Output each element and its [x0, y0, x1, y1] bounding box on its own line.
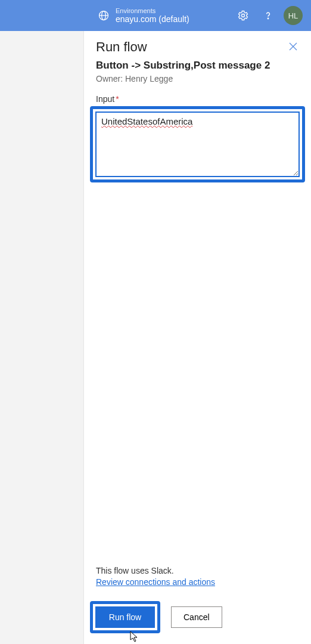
run-button-highlight: Run flow — [90, 601, 160, 633]
panel-body — [84, 187, 311, 558]
panel-header: Run flow Button -> Substring,Post messag… — [84, 31, 311, 187]
environment-value: enayu.com (default) — [116, 14, 189, 24]
close-button[interactable] — [286, 39, 300, 54]
environment-icon — [98, 10, 110, 21]
topbar: Environments enayu.com (default) HL — [0, 0, 311, 31]
button-row: Run flow Cancel — [96, 601, 299, 633]
panel-title: Run flow — [96, 39, 299, 55]
panel-footer: This flow uses Slack. Review connections… — [84, 558, 311, 644]
required-asterisk: * — [116, 94, 119, 104]
environment-picker[interactable]: Environments enayu.com (default) — [98, 7, 189, 24]
svg-point-3 — [242, 14, 245, 17]
close-icon — [288, 42, 298, 51]
owner-line: Owner: Henry Legge — [96, 74, 299, 83]
run-flow-panel: Run flow Button -> Substring,Post messag… — [83, 31, 311, 644]
avatar-initials: HL — [288, 11, 298, 20]
flow-name: Button -> Substring,Post message 2 — [96, 60, 299, 72]
environment-text: Environments enayu.com (default) — [116, 7, 189, 24]
help-button[interactable] — [259, 6, 278, 25]
review-connections-link[interactable]: Review connections and actions — [96, 577, 215, 587]
footer-note: This flow uses Slack. — [96, 566, 299, 575]
environment-label: Environments — [116, 7, 189, 15]
gear-icon — [237, 10, 249, 21]
cancel-button[interactable]: Cancel — [171, 606, 222, 628]
settings-button[interactable] — [234, 6, 253, 25]
input-label: Input* — [96, 94, 299, 104]
help-icon — [262, 10, 274, 21]
input-highlight: UnitedStatesofAmerica — [90, 106, 305, 182]
input-textarea[interactable]: UnitedStatesofAmerica — [95, 112, 300, 177]
svg-point-4 — [268, 18, 268, 18]
avatar[interactable]: HL — [284, 6, 303, 25]
run-flow-button[interactable]: Run flow — [95, 606, 155, 628]
